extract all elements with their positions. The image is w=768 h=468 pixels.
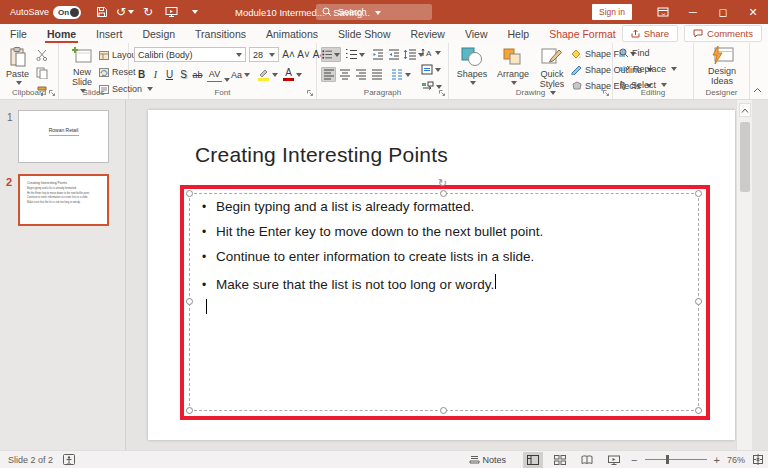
- columns-button[interactable]: [391, 67, 411, 82]
- align-right-button[interactable]: [353, 67, 368, 82]
- justify-button[interactable]: [369, 67, 384, 82]
- italic-button[interactable]: I: [148, 67, 163, 82]
- text-shadow-button[interactable]: S: [176, 67, 191, 82]
- tab-review[interactable]: Review: [401, 24, 455, 43]
- font-color-button[interactable]: A: [283, 67, 302, 82]
- new-slide-button[interactable]: New Slide: [65, 47, 99, 93]
- rotate-handle[interactable]: ↻: [438, 177, 447, 190]
- text-direction-button[interactable]: A: [421, 45, 441, 60]
- tab-slide-show[interactable]: Slide Show: [328, 24, 401, 43]
- paste-button[interactable]: Paste: [6, 47, 29, 85]
- zoom-out-button[interactable]: −: [631, 454, 637, 466]
- redo-icon[interactable]: ↻: [141, 5, 155, 19]
- bullets-button[interactable]: [321, 47, 341, 62]
- resize-handle-bottom-center[interactable]: [440, 407, 447, 414]
- tab-animations[interactable]: Animations: [256, 24, 328, 43]
- ribbon-display-options-icon[interactable]: [648, 0, 678, 24]
- resize-handle-top-left[interactable]: [186, 190, 193, 197]
- vertical-scrollbar[interactable]: [736, 100, 752, 450]
- customize-qat-icon[interactable]: [187, 5, 201, 19]
- bullet-list[interactable]: •Begin typing and a list is already form…: [202, 199, 690, 324]
- design-ideas-button[interactable]: Design Ideas: [703, 46, 741, 86]
- numbering-icon: [345, 49, 357, 60]
- normal-view-button[interactable]: [523, 452, 543, 468]
- resize-handle-middle-left[interactable]: [186, 298, 193, 305]
- zoom-in-button[interactable]: +: [714, 454, 720, 466]
- change-case-button[interactable]: Aa: [231, 67, 250, 82]
- zoom-slider[interactable]: [645, 459, 707, 460]
- slide-editing-surface[interactable]: Creating Interesting Points ↻ •Begin typ…: [148, 110, 735, 440]
- thumb2-title: Creating Interesting Points: [27, 181, 107, 185]
- tab-file[interactable]: File: [0, 24, 37, 43]
- decrease-indent-button[interactable]: [370, 47, 385, 62]
- align-left-button[interactable]: [321, 67, 336, 82]
- resize-handle-bottom-right[interactable]: [695, 407, 702, 414]
- collapse-ribbon-icon[interactable]: [753, 87, 762, 93]
- clipboard-dialog-launcher[interactable]: [48, 89, 56, 97]
- shapes-button[interactable]: Shapes: [454, 47, 490, 85]
- resize-handle-bottom-left[interactable]: [186, 407, 193, 414]
- tab-transitions[interactable]: Transitions: [185, 24, 256, 43]
- bold-button[interactable]: B: [134, 67, 149, 82]
- strikethrough-button[interactable]: ab: [190, 67, 205, 82]
- cut-button[interactable]: [36, 49, 48, 61]
- resize-handle-top-center[interactable]: [440, 190, 447, 197]
- notes-button[interactable]: Notes: [469, 455, 507, 465]
- sign-in-button[interactable]: Sign in: [592, 4, 632, 20]
- undo-dropdown-icon[interactable]: [128, 10, 134, 14]
- accessibility-icon[interactable]: [63, 454, 75, 465]
- resize-handle-middle-right[interactable]: [695, 298, 702, 305]
- replace-button[interactable]: ab Replace: [619, 64, 677, 74]
- font-name-select[interactable]: Calibri (Body): [134, 47, 246, 62]
- maximize-button[interactable]: ◻: [708, 0, 738, 24]
- comments-button[interactable]: Comments: [684, 25, 762, 42]
- tab-insert[interactable]: Insert: [86, 24, 132, 43]
- increase-indent-button[interactable]: [386, 47, 401, 62]
- slide-thumbnail-1[interactable]: Rowan Retail: [18, 110, 109, 163]
- copy-button[interactable]: [36, 67, 48, 79]
- text-highlight-button[interactable]: [257, 67, 278, 82]
- tab-home[interactable]: Home: [37, 24, 86, 43]
- drawing-dialog-launcher[interactable]: [602, 89, 610, 97]
- tab-design[interactable]: Design: [132, 24, 185, 43]
- decrease-font-size-button[interactable]: A˅: [296, 47, 311, 62]
- slide-indicator[interactable]: Slide 2 of 2: [8, 455, 53, 465]
- undo-icon[interactable]: ↺: [118, 5, 132, 19]
- arrange-button[interactable]: Arrange: [493, 47, 533, 85]
- paragraph-dialog-launcher[interactable]: [438, 89, 446, 97]
- tab-shape-format[interactable]: Shape Format: [539, 24, 626, 43]
- slide-sorter-view-button[interactable]: [550, 452, 570, 468]
- scrollbar-thumb[interactable]: [740, 122, 750, 192]
- content-placeholder[interactable]: ↻ •Begin typing and a list is already fo…: [189, 193, 699, 411]
- search-input[interactable]: Search: [316, 4, 432, 20]
- numbering-button[interactable]: [345, 47, 365, 62]
- save-icon[interactable]: [95, 5, 109, 19]
- close-button[interactable]: ✕: [738, 0, 768, 24]
- slide-thumbnail-2[interactable]: Creating Interesting Points Begin typing…: [18, 174, 109, 226]
- align-center-button[interactable]: [337, 67, 352, 82]
- autosave-toggle[interactable]: AutoSave On: [10, 6, 81, 19]
- underline-button[interactable]: U: [162, 67, 177, 82]
- resize-handle-top-right[interactable]: [695, 190, 702, 197]
- slide-title[interactable]: Creating Interesting Points: [195, 143, 448, 167]
- reading-view-button[interactable]: [577, 452, 597, 468]
- zoom-slider-thumb[interactable]: [666, 455, 669, 464]
- tab-help[interactable]: Help: [498, 24, 540, 43]
- tab-view[interactable]: View: [455, 24, 498, 43]
- share-button[interactable]: Share: [622, 25, 678, 42]
- design-ideas-icon: [710, 46, 734, 64]
- increase-font-size-button[interactable]: A˄: [281, 47, 296, 62]
- character-spacing-button[interactable]: AV: [207, 67, 222, 82]
- fit-to-window-icon[interactable]: [752, 454, 764, 465]
- zoom-level[interactable]: 76%: [727, 455, 745, 465]
- font-size-select[interactable]: 28: [249, 47, 279, 62]
- scroll-up-icon[interactable]: [739, 103, 751, 117]
- autosave-pill[interactable]: On: [53, 6, 81, 19]
- minimize-button[interactable]: ─: [678, 0, 708, 24]
- start-presentation-icon[interactable]: [164, 5, 178, 19]
- font-dialog-launcher[interactable]: [306, 89, 314, 97]
- slide-show-button[interactable]: [604, 452, 624, 468]
- align-text-button[interactable]: [421, 62, 441, 77]
- find-button[interactable]: Find: [619, 48, 650, 58]
- character-spacing-dropdown-icon[interactable]: [222, 74, 230, 84]
